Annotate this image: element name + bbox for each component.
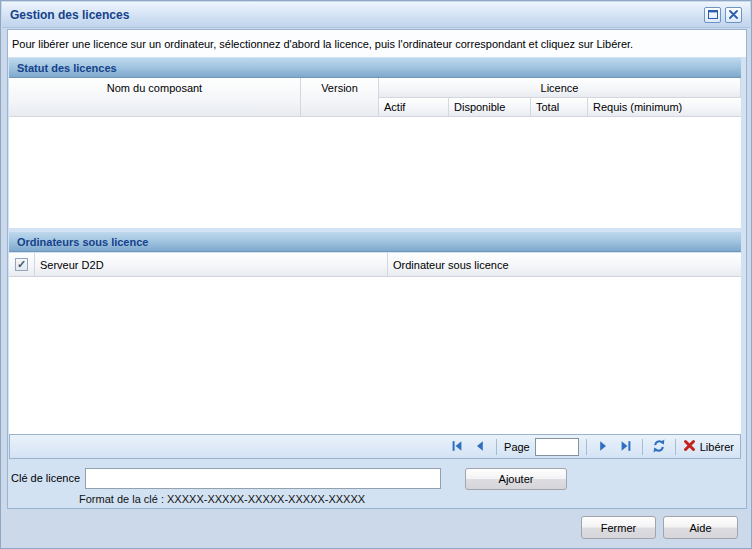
page-number-input[interactable]	[535, 438, 579, 456]
help-button[interactable]: Aide	[663, 516, 738, 539]
close-dialog-button[interactable]: Fermer	[581, 516, 656, 539]
last-page-icon	[619, 439, 633, 455]
release-license-button[interactable]: Libérer	[683, 439, 734, 454]
column-header-total[interactable]: Total	[531, 98, 588, 117]
prev-page-icon	[473, 439, 487, 455]
close-icon	[729, 9, 738, 21]
column-header-required[interactable]: Requis (minimum)	[588, 98, 741, 117]
license-management-dialog: Gestion des licences Pour libérer une li…	[0, 0, 752, 549]
licensed-machines-grid-body	[9, 277, 741, 434]
column-header-licensed-machine[interactable]: Ordinateur sous licence	[388, 253, 741, 277]
license-key-format-hint: Format de la clé : XXXXX-XXXXX-XXXXX-XXX…	[79, 493, 365, 505]
refresh-icon	[651, 438, 667, 456]
page-label: Page	[504, 441, 530, 453]
next-page-button[interactable]	[594, 438, 612, 456]
license-key-label: Clé de licence	[11, 472, 80, 484]
instruction-text: Pour libérer une licence sur un ordinate…	[8, 30, 746, 57]
window-controls	[704, 7, 742, 23]
toolbar-separator	[642, 439, 643, 455]
license-status-grid-header: Nom du composant Version Licence Actif D…	[9, 78, 741, 117]
toolbar-separator	[675, 439, 676, 455]
add-license-button[interactable]: Ajouter	[465, 468, 567, 490]
licensed-machines-grid-header: ✓ Serveur D2D Ordinateur sous licence	[9, 253, 741, 277]
release-label: Libérer	[700, 441, 734, 453]
section-header-license-status: Statut des licences	[9, 58, 741, 78]
last-page-button[interactable]	[617, 438, 635, 456]
close-button[interactable]	[725, 7, 742, 23]
column-header-version[interactable]: Version	[301, 78, 379, 117]
column-header-component[interactable]: Nom du composant	[9, 78, 301, 117]
prev-page-button[interactable]	[471, 438, 489, 456]
column-header-license-group: Licence	[379, 78, 741, 98]
license-key-input[interactable]	[85, 468, 441, 489]
column-header-d2d-server[interactable]: Serveur D2D	[35, 253, 388, 277]
release-x-icon	[683, 439, 696, 454]
refresh-button[interactable]	[650, 438, 668, 456]
paging-toolbar: Page	[9, 434, 741, 459]
first-page-button[interactable]	[448, 438, 466, 456]
column-header-available[interactable]: Disponible	[449, 98, 531, 117]
window-title: Gestion des licences	[10, 8, 129, 22]
titlebar: Gestion des licences	[2, 2, 750, 28]
first-page-icon	[450, 439, 464, 455]
select-all-cell: ✓	[9, 253, 35, 277]
restore-button[interactable]	[704, 7, 721, 23]
column-header-active[interactable]: Actif	[379, 98, 449, 117]
section-header-licensed-machines: Ordinateurs sous licence	[9, 232, 741, 252]
restore-icon	[708, 9, 718, 21]
toolbar-separator	[496, 439, 497, 455]
toolbar-separator	[586, 439, 587, 455]
license-status-grid-body	[9, 117, 741, 228]
select-all-checkbox[interactable]: ✓	[15, 258, 28, 271]
next-page-icon	[596, 439, 610, 455]
